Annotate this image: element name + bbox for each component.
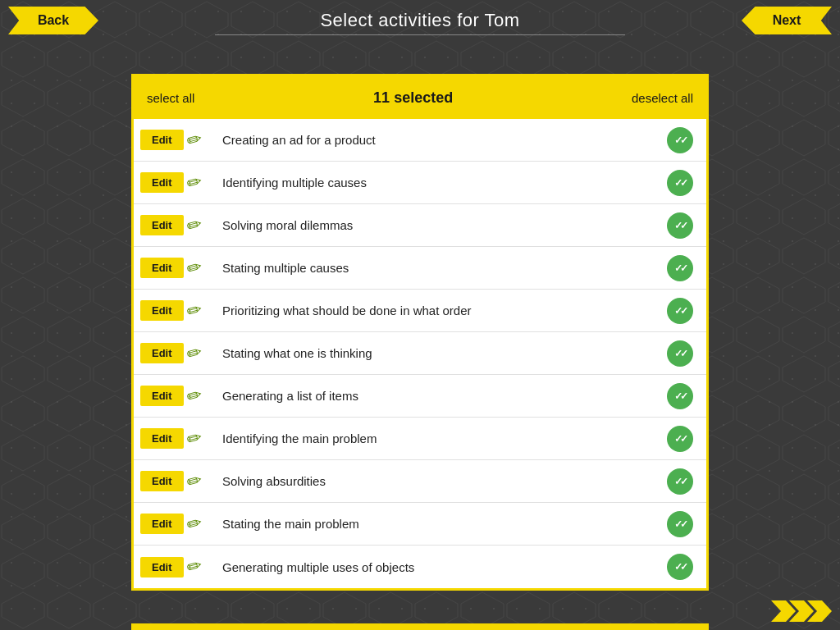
activity-name: Solving moral dilemmas [216, 218, 654, 232]
edit-button[interactable]: Edit [140, 386, 184, 406]
pencil-icon: ✏ [185, 555, 204, 579]
check-cell[interactable] [654, 380, 706, 413]
edit-cell: Edit ✏ [134, 468, 216, 495]
activity-name: Creating an ad for a product [216, 133, 654, 147]
edit-cell: Edit ✏ [134, 425, 216, 453]
table-row: Edit ✏ Stating the main problem [134, 503, 706, 546]
table-row: Edit ✏ Identifying the main problem [134, 418, 706, 460]
edit-button[interactable]: Edit [140, 428, 184, 449]
check-icon [667, 298, 693, 324]
edit-cell: Edit ✏ [134, 510, 216, 538]
pencil-icon: ✏ [185, 427, 204, 451]
check-cell[interactable] [654, 167, 706, 199]
check-cell[interactable] [654, 508, 706, 541]
pencil-icon: ✏ [185, 299, 204, 323]
activity-name: Solving absurdities [216, 474, 654, 488]
edit-cell: Edit ✏ [134, 212, 216, 240]
activity-name: Generating a list of items [216, 389, 654, 403]
edit-button[interactable]: Edit [140, 471, 184, 491]
check-cell[interactable] [654, 209, 706, 242]
check-icon [667, 255, 693, 281]
page-title: Select activities for Tom [320, 10, 519, 31]
table-header: select all 11 selected deselect all [134, 76, 706, 119]
activity-name: Stating the main problem [216, 517, 654, 531]
edit-cell: Edit ✏ [134, 126, 216, 154]
check-cell[interactable] [654, 337, 706, 370]
check-cell[interactable] [654, 294, 706, 327]
pencil-icon: ✏ [185, 128, 204, 153]
logo-chevron-1 [771, 600, 796, 622]
pencil-icon: ✏ [185, 384, 204, 409]
edit-button[interactable]: Edit [140, 300, 184, 321]
edit-cell: Edit ✏ [134, 382, 216, 410]
table-row: Edit ✏ Stating what one is thinking [134, 332, 706, 375]
table-row: Edit ✏ Solving moral dilemmas [134, 204, 706, 247]
table-row: Edit ✏ Identifying multiple causes [134, 162, 706, 204]
activity-name: Prioritizing what should be done in what… [216, 304, 654, 317]
edit-button[interactable]: Edit [140, 557, 184, 578]
check-cell[interactable] [654, 252, 706, 285]
check-icon [667, 127, 693, 153]
selected-count: 11 selected [194, 89, 632, 107]
edit-button[interactable]: Edit [140, 130, 184, 150]
select-all-button[interactable]: select all [147, 91, 194, 105]
pencil-icon: ✏ [185, 171, 204, 195]
edit-button[interactable]: Edit [140, 258, 184, 278]
header-underline [215, 34, 625, 35]
table-row: Edit ✏ Prioritizing what should be done … [134, 290, 706, 332]
bottom-accent [131, 623, 709, 630]
pencil-icon: ✏ [185, 213, 204, 238]
check-cell[interactable] [654, 422, 706, 455]
edit-cell: Edit ✏ [134, 340, 216, 368]
edit-cell: Edit ✏ [134, 169, 216, 197]
table-row: Edit ✏ Stating multiple causes [134, 247, 706, 290]
check-icon [667, 383, 693, 409]
activity-name: Generating multiple uses of objects [216, 560, 654, 574]
check-icon [667, 426, 693, 452]
check-icon [667, 468, 693, 495]
table-row: Edit ✏ Solving absurdities [134, 460, 706, 503]
edit-cell: Edit ✏ [134, 254, 216, 282]
pencil-icon: ✏ [185, 341, 204, 366]
check-icon [667, 554, 693, 580]
check-icon [667, 170, 693, 196]
pencil-icon: ✏ [185, 512, 204, 536]
edit-cell: Edit ✏ [134, 553, 216, 581]
check-cell[interactable] [654, 124, 706, 157]
check-cell[interactable] [654, 550, 706, 583]
activity-table: select all 11 selected deselect all Edit… [131, 74, 709, 591]
table-row: Edit ✏ Generating multiple uses of objec… [134, 546, 706, 588]
activity-name: Identifying the main problem [216, 431, 654, 445]
check-icon [667, 340, 693, 367]
edit-button[interactable]: Edit [140, 215, 184, 235]
pencil-icon: ✏ [185, 469, 204, 494]
edit-button[interactable]: Edit [140, 514, 184, 534]
header-title-container: Select activities for Tom [215, 10, 625, 35]
bottom-right-logo [778, 600, 832, 622]
check-icon [667, 212, 693, 239]
check-cell[interactable] [654, 465, 706, 498]
activity-name: Stating multiple causes [216, 261, 654, 275]
activity-name: Stating what one is thinking [216, 346, 654, 360]
main-content: select all 11 selected deselect all Edit… [131, 74, 709, 581]
activity-name: Identifying multiple causes [216, 176, 654, 189]
table-row: Edit ✏ Creating an ad for a product [134, 119, 706, 162]
deselect-all-button[interactable]: deselect all [632, 91, 693, 105]
edit-button[interactable]: Edit [140, 343, 184, 363]
pencil-icon: ✏ [185, 256, 204, 281]
edit-cell: Edit ✏ [134, 297, 216, 325]
header: Select activities for Tom [0, 0, 840, 44]
edit-button[interactable]: Edit [140, 172, 184, 193]
check-icon [667, 511, 693, 537]
table-row: Edit ✏ Generating a list of items [134, 375, 706, 418]
